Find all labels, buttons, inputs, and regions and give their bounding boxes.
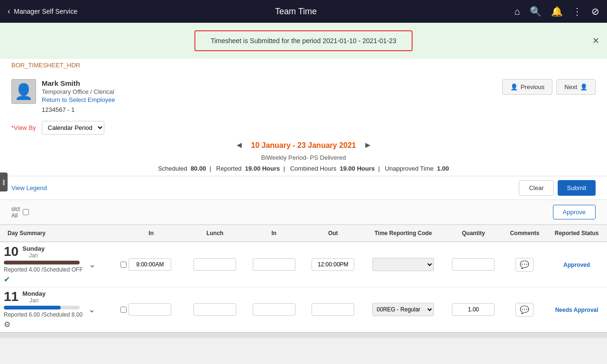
col-out: Out [304,225,363,242]
day-summary-cell: 11 Monday Jan Reported 6.00 /Scheduled 8… [0,287,117,332]
employee-info-left: 👤 Mark Smith Temporary Office / Clerical… [11,79,115,113]
day-info: Monday Jan [22,290,46,304]
col-status: Reported Status [546,225,607,242]
dots-icon[interactable]: ⋮ [572,6,582,17]
unapproved-label: Unapproved Time [385,165,434,172]
progress-bar-fill [4,261,80,264]
view-legend-link[interactable]: View Legend [11,184,47,191]
status-cell: Needs Approval [546,287,607,332]
select-all-checkbox[interactable] [23,209,29,215]
search-icon[interactable]: 🔍 [530,6,542,17]
approve-button[interactable]: Approve [553,205,596,219]
period-sub-label: BiWeekly Period- PS Delivered [0,152,607,163]
period-next-arrow[interactable]: ► [364,140,372,150]
day-date-block: 10 Sunday Jan Reported 4.00 /Scheduled O… [4,245,83,284]
day-number: 10 [4,245,18,258]
in2-time-input[interactable] [253,303,295,316]
out-cell [304,242,363,287]
in-time-input[interactable] [129,303,171,316]
expand-button[interactable]: ⌄ [89,259,96,270]
trc-select[interactable]: 00REG - Regular [372,303,434,316]
bell-icon[interactable]: 🔔 [551,6,563,17]
nav-back-button[interactable]: ‹ Manager Self Service [8,7,77,16]
person-icon-next: 👤 [580,83,588,91]
slct-all-label: slctAll [11,206,20,219]
day-row-section: 11 Monday Jan Reported 6.00 /Scheduled 8… [4,290,113,329]
out-time-input[interactable] [312,303,354,316]
trc-cell: 00REG - Regular [363,287,444,332]
table-row: 11 Monday Jan Reported 6.00 /Scheduled 8… [0,287,607,332]
day-number: 11 [4,290,18,303]
in2-cell [244,242,304,287]
scheduled-label: Scheduled [158,165,187,172]
day-summary-cell: 10 Sunday Jan Reported 4.00 /Scheduled O… [0,242,117,287]
day-date: 10 Sunday Jan [4,245,83,259]
col-quantity: Quantity [444,225,503,242]
comment-button[interactable]: 💬 [515,303,533,317]
comments-cell: 💬 [503,287,547,332]
home-icon[interactable]: ⌂ [515,6,520,17]
quantity-input[interactable] [452,258,495,271]
table-row: 10 Sunday Jan Reported 4.00 /Scheduled O… [0,242,607,287]
previous-button[interactable]: 👤 Previous [502,79,553,95]
status-badge: Approved [563,262,590,268]
return-to-select-employee-link[interactable]: Return to Select Employee [42,96,115,103]
previous-label: Previous [521,83,545,91]
quantity-input[interactable] [452,303,495,316]
period-navigation: ◄ 10 January - 23 January 2021 ► [0,138,607,152]
lunch-time-input[interactable] [193,303,236,316]
person-icon: 👤 [510,83,518,91]
nav-icons: ⌂ 🔍 🔔 ⋮ ⊘ [515,6,599,17]
row-checkbox[interactable] [120,307,127,313]
select-all-area: slctAll [11,206,29,219]
day-name: Monday [22,290,46,297]
view-by-section: *View By Calendar Period Week Day [0,117,607,138]
check-icon: ✔ [4,275,10,284]
block-icon[interactable]: ⊘ [591,6,599,17]
top-navigation: ‹ Manager Self Service Team Time ⌂ 🔍 🔔 ⋮… [0,0,607,23]
reported-value: 19.00 Hours [245,165,280,172]
next-label: Next [564,83,577,91]
period-prev-arrow[interactable]: ◄ [235,140,243,150]
view-by-select[interactable]: Calendar Period Week Day [42,121,104,135]
lunch-cell [185,242,245,287]
in-time-input[interactable] [129,258,171,271]
progress-bar-container [4,261,80,264]
lunch-time-input[interactable] [193,258,236,271]
day-icons: ⚙ [4,320,83,329]
day-month: Jan [22,252,45,259]
clear-button[interactable]: Clear [519,180,553,196]
close-icon[interactable]: ✕ [592,36,599,46]
out-time-input[interactable] [312,258,354,271]
alert-message: Timesheet is Submitted for the period 20… [211,37,396,45]
next-button[interactable]: Next 👤 [556,79,596,95]
side-panel-toggle[interactable]: ‖ [0,173,8,191]
combined-value: 19.00 Hours [340,165,375,172]
trc-select[interactable]: 00REG - Regular [372,258,434,271]
in-cell [117,287,185,332]
horizontal-scrollbar[interactable] [0,332,607,338]
employee-title: Temporary Office / Clerical [42,88,115,95]
main-content: BOR_TIMESHEET_HDR 👤 Mark Smith Temporary… [0,59,607,338]
employee-details: Mark Smith Temporary Office / Clerical R… [42,79,115,113]
employee-name: Mark Smith [42,79,115,87]
table-header-row: Day Summary In Lunch In Out Time Reporti… [0,225,607,242]
progress-bar-container [4,306,80,309]
in2-time-input[interactable] [253,258,295,271]
status-badge: Needs Approval [555,307,598,313]
employee-id: 1234567 - 1 [42,106,115,113]
out-cell [304,287,363,332]
unapproved-value: 1.00 [437,165,449,172]
page-title: Team Time [77,7,515,17]
reported-label: Reported [216,165,241,172]
user-icon: 👤 [14,82,33,100]
day-reported: Reported 4.00 /Scheduled OFF [4,266,83,273]
status-cell: Approved [546,242,607,287]
day-date-block: 11 Monday Jan Reported 6.00 /Scheduled 8… [4,290,83,329]
day-reported: Reported 6.00 /Scheduled 8.00 [4,311,83,318]
comment-button[interactable]: 💬 [515,258,533,272]
expand-button[interactable]: ⌄ [88,304,95,315]
in-cell [117,242,185,287]
row-checkbox[interactable] [120,262,127,268]
submit-button[interactable]: Submit [558,180,596,196]
